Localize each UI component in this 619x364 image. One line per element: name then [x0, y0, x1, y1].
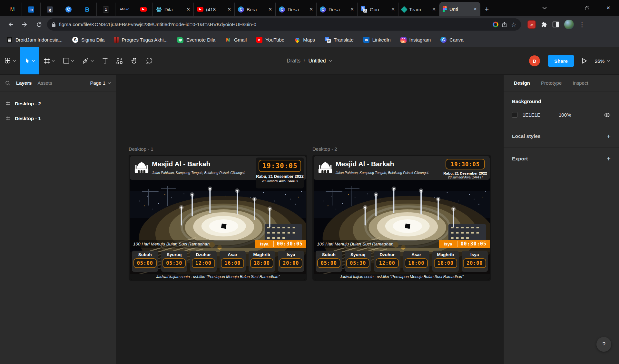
- url-bar[interactable]: figma.com/file/KONSc1jrJaFBsEvnwjs239/Un…: [47, 18, 521, 31]
- new-tab-button[interactable]: +: [480, 3, 493, 16]
- close-icon[interactable]: ✕: [268, 7, 272, 12]
- add-style-button[interactable]: +: [607, 132, 611, 140]
- url-text[interactable]: figma.com/file/KONSc1jrJaFBsEvnwjs239/Un…: [59, 22, 489, 27]
- zoom-control[interactable]: 26%: [595, 58, 610, 64]
- pinned-tab-gmail[interactable]: M: [3, 3, 22, 16]
- tab-desa-2[interactable]: C Desa ✕: [317, 3, 358, 16]
- adblock-extension-icon[interactable]: »: [527, 20, 536, 29]
- breadcrumb-project[interactable]: Drafts: [287, 58, 300, 64]
- bookmark-progres[interactable]: Progres Tugas Akhi...: [114, 37, 168, 43]
- layer-row-desktop-2[interactable]: Desktop - 2: [0, 96, 116, 111]
- gmail-icon: M: [10, 7, 15, 12]
- comment-tool[interactable]: [142, 47, 157, 74]
- minimize-button[interactable]: —: [555, 0, 576, 16]
- tab-untitled-active[interactable]: Unti ✕: [439, 2, 480, 16]
- tab-assets[interactable]: Assets: [37, 80, 52, 86]
- tab-search-chevron-icon[interactable]: [534, 0, 555, 16]
- bookmark-star-icon[interactable]: ☆: [511, 21, 516, 28]
- tab-dila[interactable]: Dila ✕: [153, 3, 194, 16]
- color-hex-value[interactable]: 1E1E1E: [523, 112, 554, 118]
- tab-desa-1[interactable]: C Desa ✕: [276, 3, 317, 16]
- close-icon[interactable]: ✕: [186, 7, 190, 12]
- tab-design[interactable]: Design: [514, 80, 530, 86]
- pen-tool[interactable]: [78, 47, 98, 74]
- close-icon[interactable]: ✕: [432, 7, 436, 12]
- breadcrumb-file-name[interactable]: Untitled: [308, 58, 326, 64]
- visibility-eye-icon[interactable]: [604, 113, 611, 117]
- breadcrumb-separator: /: [304, 58, 305, 64]
- layer-name: Desktop - 2: [15, 101, 41, 106]
- bookmark-instagram[interactable]: Instagram: [400, 37, 431, 43]
- google-icon[interactable]: [493, 22, 498, 27]
- user-avatar[interactable]: D: [529, 55, 540, 66]
- bookmark-linkedin[interactable]: in LinkedIn: [363, 37, 391, 43]
- color-swatch[interactable]: [512, 112, 517, 118]
- frame-tool[interactable]: [39, 47, 59, 74]
- close-icon[interactable]: ✕: [227, 7, 231, 12]
- bookmark-translate[interactable]: G文 Translate: [325, 37, 354, 43]
- search-icon[interactable]: [5, 81, 10, 86]
- pinned-tab-youtube[interactable]: ▶: [134, 3, 153, 16]
- present-icon[interactable]: [582, 58, 587, 64]
- bookmark-canva[interactable]: C Canva: [440, 37, 463, 43]
- tab-label: Desa: [288, 7, 307, 12]
- chrome-profile-avatar[interactable]: [564, 20, 574, 29]
- tab-inspect[interactable]: Inspect: [573, 80, 588, 86]
- tab-label: (418: [206, 7, 225, 12]
- layer-row-desktop-1[interactable]: Desktop - 1: [0, 111, 116, 126]
- close-icon[interactable]: ✕: [473, 6, 477, 12]
- clock-panel: 19:30:05 Rabu, 21 Desember 2022 28 Jumad…: [444, 159, 486, 179]
- help-button[interactable]: ?: [596, 337, 611, 352]
- share-icon[interactable]: [502, 22, 508, 27]
- move-tool[interactable]: [20, 47, 39, 74]
- back-icon[interactable]: [5, 18, 17, 31]
- close-window-button[interactable]: ✕: [598, 0, 619, 16]
- shape-tool[interactable]: [59, 47, 78, 74]
- bookmark-gmail[interactable]: M Gmail: [225, 37, 247, 43]
- close-icon[interactable]: ✕: [350, 7, 354, 12]
- pinned-tab-c-app[interactable]: C: [59, 3, 78, 16]
- export-row: Export +: [504, 148, 619, 170]
- restore-button[interactable]: [576, 0, 598, 16]
- chrome-menu-icon[interactable]: ⋮: [579, 21, 585, 28]
- frame-label-desktop-1[interactable]: Desktop - 1: [129, 146, 153, 152]
- page-selector[interactable]: Page 1: [90, 80, 111, 86]
- tab-goo[interactable]: G文 Goo ✕: [358, 3, 398, 16]
- countdown-banner: 100 Hari Menuju Bulan Suci Ramadhan Isya…: [314, 240, 490, 248]
- extensions-puzzle-icon[interactable]: [541, 21, 547, 28]
- sigma-icon: S: [72, 37, 78, 43]
- tab-layers[interactable]: Layers: [16, 80, 32, 86]
- hand-tool[interactable]: [127, 47, 142, 74]
- frame-desktop-2[interactable]: Mesjid Al - Barkah Jalan Pahlwan, Kampun…: [312, 155, 491, 281]
- frame-label-desktop-2[interactable]: Desktop - 2: [312, 146, 337, 152]
- bookmark-maps[interactable]: Maps: [294, 37, 315, 43]
- tab-418[interactable]: ▶ (418 ✕: [194, 3, 235, 16]
- tab-bera[interactable]: C Bera ✕: [235, 3, 276, 16]
- opacity-value[interactable]: 100%: [559, 112, 599, 118]
- tab-prototype[interactable]: Prototype: [541, 80, 562, 86]
- add-export-button[interactable]: +: [607, 155, 611, 163]
- close-icon[interactable]: ✕: [391, 7, 395, 12]
- figma-main-menu[interactable]: [0, 47, 20, 74]
- bookmark-sigma-dila[interactable]: S Sigma Dila: [72, 37, 105, 43]
- pinned-tab-goodreads[interactable]: g: [41, 3, 59, 16]
- bookmark-evernote[interactable]: Evernote Dila: [177, 37, 215, 43]
- pinned-tab-mitch[interactable]: Mitch': [115, 3, 134, 16]
- figma-canvas[interactable]: Desktop - 1 Mesjid Al - Barkah Jalan Pah…: [116, 75, 503, 364]
- side-panel-icon[interactable]: [553, 22, 559, 27]
- forward-icon[interactable]: [19, 18, 31, 31]
- pinned-tab-linkedin[interactable]: in: [22, 3, 41, 16]
- share-button[interactable]: Share: [548, 55, 574, 67]
- bookmark-label: LinkedIn: [372, 37, 391, 43]
- resources-tool[interactable]: [112, 47, 127, 74]
- bookmark-droidjam[interactable]: DroidJam Indonesia...: [6, 37, 63, 43]
- frame-desktop-1[interactable]: Mesjid Al - Barkah Jalan Pahlwan, Kampun…: [129, 155, 307, 281]
- close-icon[interactable]: ✕: [309, 7, 313, 12]
- text-tool[interactable]: [98, 47, 112, 74]
- pinned-tab-one-app[interactable]: 1: [97, 3, 115, 16]
- tab-team[interactable]: Team ✕: [398, 3, 439, 16]
- bookmark-youtube[interactable]: ▶ YouTube: [256, 37, 284, 43]
- reload-icon[interactable]: [33, 18, 45, 31]
- chevron-down-icon[interactable]: [329, 60, 332, 62]
- pinned-tab-b-app[interactable]: B: [78, 3, 97, 16]
